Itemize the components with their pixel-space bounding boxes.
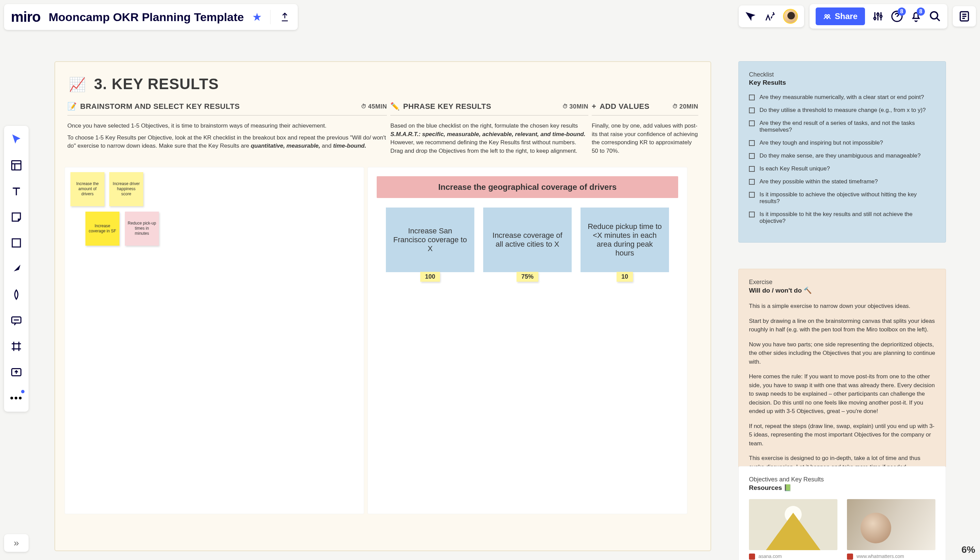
notes-panel-icon[interactable] (958, 10, 970, 22)
present-cursor-icon[interactable] (745, 10, 757, 22)
section-title: 📈 3. KEY RESULTS (65, 75, 701, 93)
frame-tool-icon[interactable] (9, 339, 24, 354)
share-label: Share (835, 12, 858, 21)
checklist-item[interactable]: Are they possible within the stated time… (749, 178, 935, 185)
col-heading-phrase: PHRASE KEY RESULTS (403, 102, 492, 111)
checklist-text: Are they tough and inspiring but not imp… (760, 140, 883, 146)
kr-value-sticky[interactable]: 75% (517, 272, 538, 282)
key-result-card[interactable]: Reduce pickup time to <X minutes in each… (580, 208, 669, 272)
arrow-tool-icon[interactable] (9, 261, 24, 276)
memo-emoji-icon: 📝 (67, 102, 77, 111)
checklist-text: Are they possible within the stated time… (760, 178, 878, 185)
svg-point-6 (931, 12, 938, 19)
help-badge: 8 (898, 7, 906, 16)
search-icon[interactable] (929, 10, 941, 22)
resource-source: asana.com (758, 553, 782, 559)
checklist-item[interactable]: Are they the end result of a series of t… (749, 120, 935, 133)
phrase-canvas[interactable]: Increase the geographical coverage of dr… (368, 167, 687, 514)
pencil-emoji-icon: ✏️ (390, 102, 400, 111)
sticky-note[interactable]: Increase coverage in SF (85, 212, 120, 246)
notifications-badge: 8 (917, 7, 925, 16)
user-avatar[interactable] (783, 9, 798, 24)
sticky-note[interactable]: Increase the amount of drivers (70, 172, 105, 206)
plus-icon: + (592, 102, 596, 111)
svg-rect-8 (12, 161, 21, 170)
checkbox-icon[interactable] (749, 166, 755, 172)
checkbox-icon[interactable] (749, 192, 755, 198)
svg-point-1 (828, 15, 830, 17)
checklist-text: Do they make sense, are they unambiguous… (760, 152, 920, 159)
kr-value-sticky[interactable]: 10 (617, 272, 633, 282)
zoom-level[interactable]: 6% (962, 544, 975, 555)
checkbox-icon[interactable] (749, 140, 755, 146)
panel-title: Resources 📗 (749, 484, 935, 492)
select-tool-icon[interactable] (9, 132, 24, 147)
objective-strip[interactable]: Increase the geographical coverage of dr… (377, 176, 678, 198)
panel-title: Key Results (749, 79, 935, 87)
checklist-panel: Checklist Key Results Are they measurabl… (738, 61, 946, 243)
checklist-item[interactable]: Do they utilise a threshold to measure c… (749, 107, 935, 113)
checklist-text: Is it impossible to hit the key results … (760, 211, 935, 225)
key-result-card[interactable]: Increase San Francisco coverage to X 100 (386, 208, 474, 272)
checkbox-icon[interactable] (749, 153, 755, 159)
checklist-item[interactable]: Are they tough and inspiring but not imp… (749, 140, 935, 146)
section-title-text: 3. KEY RESULTS (94, 75, 219, 92)
col-desc-phrase: Based on the blue checklist on the right… (390, 122, 588, 155)
help-icon[interactable]: 8 (891, 10, 903, 22)
checklist-text: Is it impossible to achieve the objectiv… (760, 191, 935, 205)
upload-tool-icon[interactable] (9, 365, 24, 380)
resource-thumbnail (749, 499, 837, 550)
sticky-note[interactable]: Increase driver happiness score (109, 172, 143, 206)
resources-panel: Objectives and Key Results Resources 📗 a… (738, 466, 946, 560)
text-tool-icon[interactable] (9, 184, 24, 199)
section-key-results: 📈 3. KEY RESULTS 📝 BRAINSTORM AND SELECT… (55, 61, 711, 551)
checkbox-icon[interactable] (749, 212, 755, 217)
checkbox-icon[interactable] (749, 108, 755, 113)
checklist-text: Do they utilise a threshold to measure c… (760, 107, 926, 113)
more-tools-icon[interactable]: ••• (9, 390, 24, 405)
export-icon[interactable] (279, 11, 291, 23)
board-title[interactable]: Mooncamp OKR Planning Template (49, 10, 244, 24)
favicon-icon (749, 553, 755, 560)
resource-card[interactable]: www.whatmatters.com (847, 499, 935, 560)
resource-source: www.whatmatters.com (857, 553, 904, 559)
checklist-item[interactable]: Do they make sense, are they unambiguous… (749, 152, 935, 159)
favorite-star-icon[interactable]: ★ (252, 10, 262, 23)
brainstorm-canvas[interactable]: Increase the amount of drivers Increase … (65, 167, 364, 514)
share-button[interactable]: Share (816, 7, 865, 25)
exercise-text: This is a simple exercise to narrow down… (749, 302, 935, 311)
notifications-bell-icon[interactable]: 8 (910, 10, 922, 22)
checklist-item[interactable]: Are they measurable numerically, with a … (749, 94, 935, 101)
kr-text: Increase coverage of all active cities t… (489, 231, 565, 249)
svg-point-4 (880, 15, 882, 17)
miro-logo[interactable]: miro (11, 9, 40, 25)
checklist-text: Are they the end result of a series of t… (760, 120, 935, 133)
key-result-card[interactable]: Increase coverage of all active cities t… (483, 208, 572, 272)
sticky-note-tool-icon[interactable] (9, 210, 24, 225)
col-heading-values: ADD VALUES (600, 102, 649, 111)
sticky-note[interactable]: Reduce pick-up times in minutes (125, 212, 159, 246)
exercise-panel: Exercise Will do / won't do 🔨 This is a … (738, 269, 946, 489)
time-badge: 20min (672, 103, 698, 110)
checkbox-icon[interactable] (749, 179, 755, 185)
pen-tool-icon[interactable] (9, 287, 24, 302)
checklist-text: Are they measurable numerically, with a … (760, 94, 924, 101)
kr-value-sticky[interactable]: 100 (420, 272, 440, 282)
svg-rect-9 (12, 239, 20, 247)
exercise-text: If not, repeat the steps (draw line, swa… (749, 422, 935, 448)
checklist-item[interactable]: Is it impossible to hit the key results … (749, 211, 935, 225)
checkbox-icon[interactable] (749, 120, 755, 126)
resource-card[interactable]: asana.com What are OKRs? Guide (749, 499, 837, 560)
col-desc-values: Finally, one by one, add values with pos… (592, 122, 698, 155)
expand-tray-icon[interactable]: » (4, 534, 28, 552)
settings-sliders-icon[interactable] (872, 10, 884, 22)
comment-tool-icon[interactable] (9, 313, 24, 328)
checkbox-icon[interactable] (749, 95, 755, 100)
shape-tool-icon[interactable] (9, 235, 24, 250)
reactions-icon[interactable] (764, 10, 776, 22)
svg-point-0 (825, 15, 827, 17)
col-heading-brainstorm: BRAINSTORM AND SELECT KEY RESULTS (80, 102, 240, 111)
checklist-item[interactable]: Is each Key Result unique? (749, 165, 935, 172)
checklist-item[interactable]: Is it impossible to achieve the objectiv… (749, 191, 935, 205)
templates-icon[interactable] (9, 158, 24, 173)
